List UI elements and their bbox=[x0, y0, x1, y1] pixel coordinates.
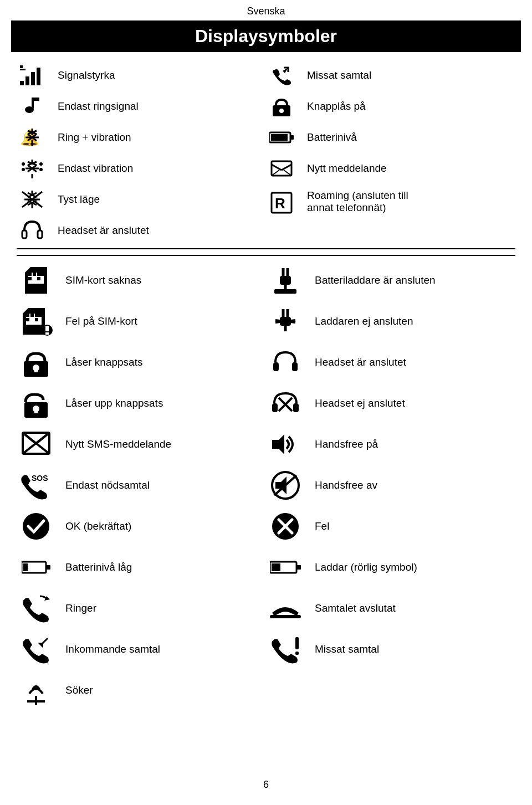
svg-rect-116 bbox=[270, 615, 301, 618]
sim-error-label: Fel på SIM-kort bbox=[65, 315, 137, 327]
symbols-section: SIM-kort saknas bbox=[17, 256, 515, 715]
charger-disconnected-icon bbox=[266, 307, 305, 336]
row-new-message-top: Nytt meddelande bbox=[266, 156, 515, 181]
row-signal-strength: Signalstyrka bbox=[17, 63, 266, 88]
charger-connected-label: Batteriladdare är ansluten bbox=[315, 274, 436, 286]
svg-rect-83 bbox=[23, 563, 28, 571]
searching-label: Söker bbox=[65, 684, 93, 696]
incoming-call-label: Inkommande samtal bbox=[65, 643, 160, 655]
svg-rect-55 bbox=[37, 273, 40, 276]
sim-error-icon bbox=[17, 306, 55, 337]
row-silent-mode: Tyst läge bbox=[17, 187, 266, 212]
sym-row-sim-missing: SIM-kort saknas bbox=[17, 262, 266, 299]
handsfree-on-label: Handsfree på bbox=[315, 438, 378, 450]
missed-call-top-icon bbox=[266, 65, 297, 85]
vibration-only-label: Endast vibration bbox=[58, 162, 133, 175]
incoming-call-icon bbox=[17, 635, 55, 664]
svg-rect-0 bbox=[20, 81, 24, 85]
new-sms-label: Nytt SMS-meddelande bbox=[65, 438, 171, 450]
svg-rect-53 bbox=[28, 277, 32, 280]
row-roaming: R Roaming (ansluten till annat telefonnä… bbox=[266, 187, 515, 214]
svg-marker-106 bbox=[272, 434, 284, 454]
sym-row-battery-low: Batterinivå låg bbox=[17, 548, 266, 586]
headset-disconnected-icon bbox=[266, 389, 305, 418]
sym-row-missed-call2: Missat samtal bbox=[266, 630, 515, 668]
call-ended-label: Samtalet avslutat bbox=[315, 602, 396, 614]
handsfree-on-icon bbox=[266, 432, 305, 457]
ok-confirmed-label: OK (bekräftat) bbox=[65, 520, 131, 532]
battery-low-label: Batterinivå låg bbox=[65, 561, 132, 573]
svg-rect-118 bbox=[295, 652, 299, 655]
headset-connected-top-label: Headset är anslutet bbox=[58, 224, 149, 237]
new-sms-icon bbox=[17, 432, 55, 457]
svg-rect-56 bbox=[37, 277, 40, 280]
svg-rect-70 bbox=[34, 368, 38, 372]
keylock-on-label: Knapplås på bbox=[307, 100, 366, 112]
sym-row-keypad-lock: Låser knappsats bbox=[17, 343, 266, 381]
sym-row-sim-error: Fel på SIM-kort bbox=[17, 302, 266, 340]
vibration-only-icon bbox=[17, 158, 48, 178]
ringtone-only-label: Endast ringsignal bbox=[58, 100, 139, 112]
roaming-icon: R bbox=[266, 189, 297, 214]
svg-point-8 bbox=[25, 106, 34, 113]
charger-connected-icon bbox=[266, 266, 305, 295]
ringing-icon bbox=[17, 594, 55, 623]
svg-rect-4 bbox=[20, 65, 23, 68]
svg-rect-117 bbox=[295, 637, 299, 649]
missed-call2-label: Missat samtal bbox=[315, 643, 379, 655]
symbols-left-col: SIM-kort saknas bbox=[17, 262, 266, 709]
svg-rect-43 bbox=[271, 134, 288, 141]
svg-rect-89 bbox=[280, 276, 291, 285]
svg-rect-3 bbox=[37, 68, 40, 85]
charger-disconnected-label: Laddaren ej ansluten bbox=[315, 315, 413, 327]
sym-row-ok-confirmed: OK (bekräftat) bbox=[17, 507, 266, 545]
call-ended-icon bbox=[266, 596, 305, 621]
searching-icon bbox=[17, 676, 55, 705]
battery-level-top-icon bbox=[266, 130, 297, 145]
signal-strength-label: Signalstyrka bbox=[58, 69, 115, 81]
svg-rect-7 bbox=[32, 98, 39, 101]
roaming-label-line1: Roaming (ansluten till bbox=[307, 189, 408, 202]
signal-strength-icon bbox=[17, 65, 48, 85]
svg-rect-38 bbox=[38, 230, 42, 238]
svg-rect-114 bbox=[296, 565, 301, 570]
svg-point-24 bbox=[22, 162, 25, 166]
silent-mode-label: Tyst läge bbox=[58, 193, 100, 206]
svg-text:R: R bbox=[275, 195, 285, 212]
row-keylock-on: Knapplås på bbox=[266, 94, 515, 119]
svg-rect-100 bbox=[273, 362, 279, 371]
svg-marker-86 bbox=[38, 643, 43, 648]
page-title-bar: Displaysymboler bbox=[11, 20, 521, 52]
svg-rect-1 bbox=[25, 76, 29, 85]
row-ringtone-only: Endast ringsignal bbox=[17, 94, 266, 119]
sym-row-ringing: Ringer bbox=[17, 589, 266, 627]
svg-rect-5 bbox=[20, 69, 25, 70]
handsfree-off-icon bbox=[266, 471, 305, 500]
charging-icon bbox=[266, 559, 305, 576]
row-missed-call-top: Missat samtal bbox=[266, 63, 515, 88]
handsfree-off-label: Handsfree av bbox=[315, 479, 377, 491]
row-vibration-only: Endast vibration bbox=[17, 156, 266, 181]
page-language: Svenska bbox=[0, 0, 532, 17]
sym-row-headset-disconnected: Headset ej anslutet bbox=[266, 384, 515, 422]
svg-text:SOS: SOS bbox=[32, 474, 48, 483]
sym-row-charging: Laddar (rörlig symbol) bbox=[266, 548, 515, 586]
top-right-col: Missat samtal Knapplås på bbox=[266, 63, 515, 243]
silent-mode-icon bbox=[17, 189, 48, 209]
sym-row-call-ended: Samtalet avslutat bbox=[266, 589, 515, 627]
svg-rect-42 bbox=[290, 135, 294, 140]
svg-rect-102 bbox=[272, 403, 278, 412]
keypad-lock-icon bbox=[17, 348, 55, 377]
headset-connected2-icon bbox=[266, 348, 305, 377]
svg-rect-61 bbox=[30, 314, 34, 317]
row-battery-level-top: Batterinivå bbox=[266, 125, 515, 150]
sym-row-keypad-unlock: Låser upp knappsats bbox=[17, 384, 266, 422]
emergency-only-label: Endast nödsamtal bbox=[65, 479, 150, 491]
svg-rect-115 bbox=[272, 563, 280, 571]
ring-vibration-icon: 🔔 bbox=[17, 127, 48, 147]
svg-point-40 bbox=[279, 109, 284, 113]
sym-row-headset-connected2: Headset är anslutet bbox=[266, 343, 515, 381]
svg-point-80 bbox=[23, 513, 49, 540]
sym-row-new-sms: Nytt SMS-meddelande bbox=[17, 425, 266, 463]
keylock-on-icon bbox=[266, 95, 297, 117]
